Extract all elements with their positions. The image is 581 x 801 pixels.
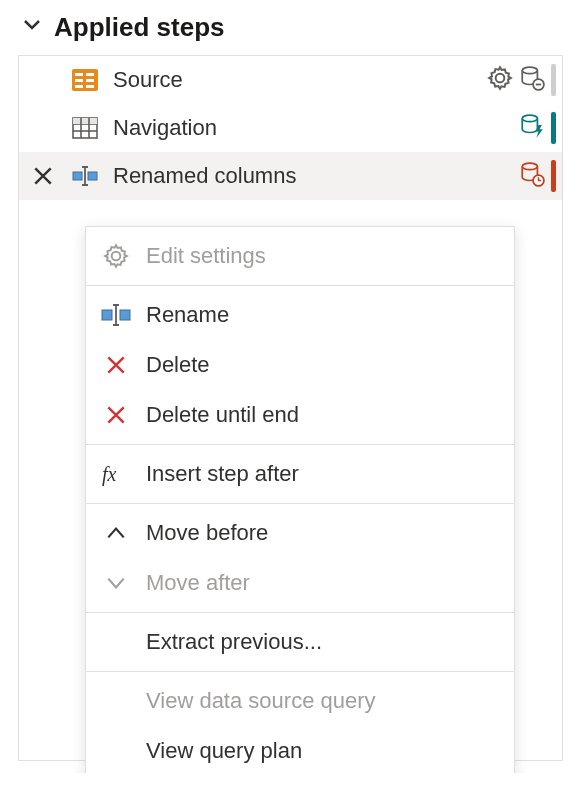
menu-separator [86,503,514,504]
blank-icon [100,735,132,767]
chevron-up-icon [100,517,132,549]
menu-separator [86,671,514,672]
svg-rect-19 [73,172,82,180]
step-accent-bar [551,64,556,96]
panel-title: Applied steps [54,12,224,43]
svg-rect-20 [88,172,97,180]
step-row-navigation[interactable]: Navigation [19,104,562,152]
menu-delete-until-end[interactable]: Delete until end [86,390,514,440]
chevron-down-icon [22,15,42,40]
blank-icon [100,685,132,717]
rename-column-icon [69,160,101,192]
menu-label: Rename [146,302,229,328]
menu-view-query-plan[interactable]: View query plan [86,726,514,773]
step-label: Source [113,67,475,93]
step-accent-bar [551,112,556,144]
gear-icon [100,240,132,272]
blank-icon [100,626,132,658]
svg-rect-15 [73,118,97,124]
svg-rect-4 [86,79,94,82]
svg-rect-5 [75,85,83,88]
database-minus-icon [519,65,545,96]
menu-edit-settings[interactable]: Edit settings [86,231,514,281]
svg-point-22 [522,163,537,170]
svg-rect-1 [75,73,83,76]
svg-rect-6 [86,85,94,88]
applied-steps-list: Source [18,55,563,761]
menu-delete[interactable]: Delete [86,340,514,390]
database-lightning-icon [519,113,545,144]
table-icon [69,112,101,144]
rename-icon [100,299,132,331]
gear-icon[interactable] [487,65,513,96]
menu-separator [86,285,514,286]
menu-label: Insert step after [146,461,299,487]
chevron-down-icon [100,567,132,599]
menu-label: View data source query [146,688,376,714]
delete-step-icon[interactable] [29,165,57,187]
svg-rect-25 [120,310,130,320]
close-icon [100,349,132,381]
svg-point-7 [522,67,537,74]
menu-extract-previous[interactable]: Extract previous... [86,617,514,667]
svg-rect-2 [86,73,94,76]
close-icon [100,399,132,431]
step-row-renamed-columns[interactable]: Renamed columns [19,152,562,200]
menu-separator [86,612,514,613]
step-context-menu: Edit settings Rename Delete [85,226,515,773]
menu-label: View query plan [146,738,302,764]
step-row-source[interactable]: Source [19,56,562,104]
menu-label: Edit settings [146,243,266,269]
applied-steps-header[interactable]: Applied steps [0,0,581,55]
svg-rect-24 [102,310,112,320]
source-icon [69,64,101,96]
step-label: Renamed columns [113,163,507,189]
database-clock-icon [519,161,545,192]
menu-view-data-source-query[interactable]: View data source query [86,676,514,726]
menu-move-before[interactable]: Move before [86,508,514,558]
step-label: Navigation [113,115,507,141]
step-accent-bar [551,160,556,192]
menu-label: Delete [146,352,210,378]
menu-label: Move before [146,520,268,546]
menu-label: Delete until end [146,402,299,428]
fx-icon: fx [100,458,132,490]
menu-move-after[interactable]: Move after [86,558,514,608]
svg-point-18 [522,115,537,122]
menu-separator [86,444,514,445]
svg-rect-3 [75,79,83,82]
menu-label: Move after [146,570,250,596]
menu-label: Extract previous... [146,629,322,655]
menu-rename[interactable]: Rename [86,290,514,340]
svg-text:fx: fx [102,463,117,486]
menu-insert-step-after[interactable]: fx Insert step after [86,449,514,499]
